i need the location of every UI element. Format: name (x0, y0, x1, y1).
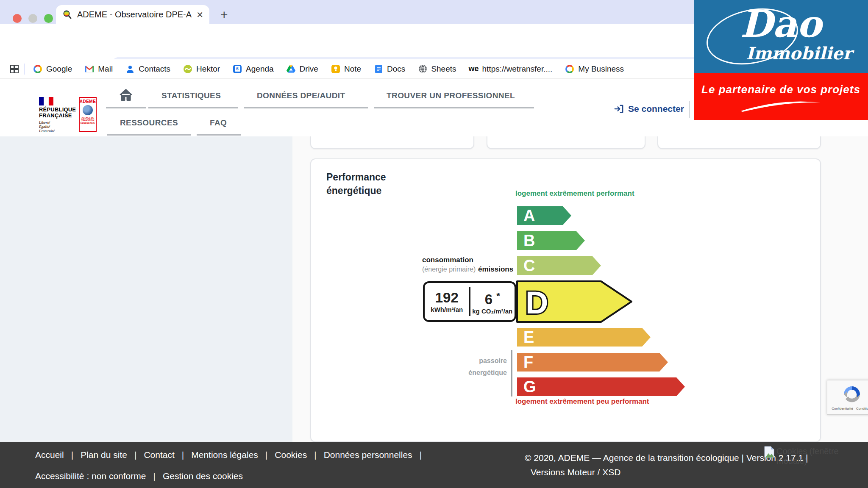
nav-faq-underline (197, 134, 241, 136)
nav-home-underline (106, 107, 146, 108)
tab-favicon-dpe-magnifier-icon (62, 10, 72, 20)
dpe-emissions-label: émissions (478, 265, 513, 274)
wetransfer-icon: we (469, 64, 479, 74)
broken-image-icon (764, 446, 775, 458)
login-icon (614, 104, 624, 114)
bookmarks-divider (24, 64, 25, 75)
new-tab-button[interactable]: + (220, 8, 228, 21)
footer-link-accessibilite[interactable]: Accessibilité : non conforme (35, 471, 146, 481)
docs-icon (375, 65, 382, 73)
hektor-icon (184, 65, 192, 73)
nav-trouver-underline (374, 107, 534, 108)
gmail-icon (85, 65, 94, 73)
globe-icon (418, 64, 427, 73)
contacts-person-icon (126, 65, 134, 73)
google-g-icon (33, 65, 42, 73)
dpe-bar-a: A (517, 206, 571, 225)
footer-ghost-text: Cookies (fenêtre modale) (776, 446, 868, 466)
google-g-icon (565, 65, 574, 73)
footer-links-row2: Accessibilité : non conforme| Gestion de… (35, 471, 243, 481)
apps-grid-icon[interactable] (9, 64, 19, 74)
nav-statistiques[interactable]: STATISTIQUES (161, 91, 221, 100)
dpe-emissions-value-cell: 6 * kg CO₂/m²/an (470, 283, 515, 320)
window-close-button[interactable] (13, 14, 22, 23)
dpe-bar-f: F (517, 353, 668, 372)
nav-ressources[interactable]: RESSOURCES (120, 118, 178, 128)
nav-donnees-dpe-audit[interactable]: DONNÉES DPE/AUDIT (257, 91, 345, 100)
footer-link-contact[interactable]: Contact (144, 450, 174, 460)
dpe-value-box: 192 kWh/m²/an 6 * kg CO₂/m²/an (423, 281, 516, 322)
dpe-bar-c: C (517, 256, 601, 275)
nav-statistiques-underline (148, 107, 238, 108)
dpe-bar-g: G (517, 377, 685, 396)
dpe-consumption-label: consommation (énergie primaire) (422, 255, 476, 274)
dpe-bar-e: E (517, 328, 651, 347)
browser-tab[interactable]: ADEME - Observatoire DPE-A ✕ (56, 5, 209, 24)
dao-brand-text: Dao (694, 3, 868, 44)
svg-text:D: D (526, 285, 548, 320)
dao-tagline: Le partenaire de vos projets (694, 83, 868, 96)
bookmark-wetransfer[interactable]: we https://wetransfer.... (469, 64, 553, 74)
footer-links-row1: Accueil| Plan du site| Contact| Mentions… (35, 450, 429, 460)
dpe-consumption-value-cell: 192 kWh/m²/an (425, 283, 469, 320)
footer-versions-link[interactable]: Versions Moteur / XSD (531, 467, 620, 477)
tab-title: ADEME - Observatoire DPE-A (77, 10, 193, 19)
nav-ressources-underline (107, 134, 191, 136)
calendar-icon: 6 (233, 65, 242, 73)
nav-donnees-underline (244, 107, 368, 108)
dao-brand-sub-text: Immobilier (746, 43, 852, 63)
keep-note-icon (331, 65, 340, 73)
footer-link-accueil[interactable]: Accueil (35, 450, 64, 460)
recaptcha-badge[interactable]: Confidentialité - Conditions (827, 380, 868, 415)
left-panel (0, 136, 292, 442)
footer-link-mentions-legales[interactable]: Mentions légales (191, 450, 258, 460)
bookmark-my-business[interactable]: My Business (565, 64, 624, 74)
footer-link-plan-du-site[interactable]: Plan du site (81, 450, 127, 460)
dpe-passoire-label: passoireénergétique (431, 355, 507, 379)
bookmark-hektor[interactable]: Hektor (183, 64, 220, 74)
nav-faq[interactable]: FAQ (210, 118, 227, 128)
ademe-logo: ADEME AGENCE DE TRANSITION ÉCOLOGIQUE (79, 97, 97, 132)
recaptcha-icon (842, 384, 862, 405)
window-zoom-button[interactable] (44, 14, 53, 23)
bookmark-google[interactable]: Google (33, 64, 72, 74)
dpe-bar-d-current: D (516, 280, 633, 323)
dao-immobilier-overlay: Dao Immobilier Le partenaire de vos proj… (694, 0, 868, 120)
nav-home-icon[interactable] (119, 89, 133, 101)
login-button[interactable]: Se connecter (614, 104, 684, 114)
drive-icon (287, 65, 295, 73)
dpe-best-label: logement extrêmement performant (515, 189, 634, 198)
tab-close-icon[interactable]: ✕ (196, 10, 203, 20)
dpe-bar-b: B (517, 231, 585, 250)
dpe-passoire-bracket (511, 350, 512, 396)
bookmark-sheets[interactable]: Sheets (418, 64, 456, 74)
footer-link-gestion-cookies[interactable]: Gestion des cookies (163, 471, 243, 481)
bookmark-docs[interactable]: Docs (374, 64, 405, 74)
bookmark-contacts[interactable]: Contacts (125, 64, 170, 74)
screen: ADEME - Observatoire DPE-A ✕ + observat (0, 0, 868, 488)
performance-card-title: Performanceénergétique (326, 170, 386, 197)
bookmark-note[interactable]: Note (331, 64, 361, 74)
header-divider (689, 101, 690, 118)
window-minimize-button[interactable] (28, 14, 37, 23)
french-flag-icon (39, 97, 53, 105)
republique-francaise-logo: RÉPUBLIQUEFRANÇAISE LibertéÉgalitéFrater… (39, 97, 75, 133)
ademe-globe-icon (83, 105, 93, 115)
bookmark-drive[interactable]: Drive (287, 64, 318, 74)
bookmark-agenda[interactable]: 6 Agenda (233, 64, 274, 74)
footer-link-cookies[interactable]: Cookies (275, 450, 307, 460)
dpe-worst-label: logement extrêmement peu performant (515, 397, 649, 406)
bookmark-mail[interactable]: Mail (85, 64, 113, 74)
nav-trouver-un-professionnel[interactable]: TROUVER UN PROFESSIONNEL (387, 91, 515, 100)
dao-swoosh (738, 98, 823, 114)
footer: Accueil| Plan du site| Contact| Mentions… (0, 442, 868, 488)
recaptcha-legal[interactable]: Confidentialité - Conditions (832, 407, 868, 410)
footer-link-donnees-personnelles[interactable]: Données personnelles (324, 450, 412, 460)
